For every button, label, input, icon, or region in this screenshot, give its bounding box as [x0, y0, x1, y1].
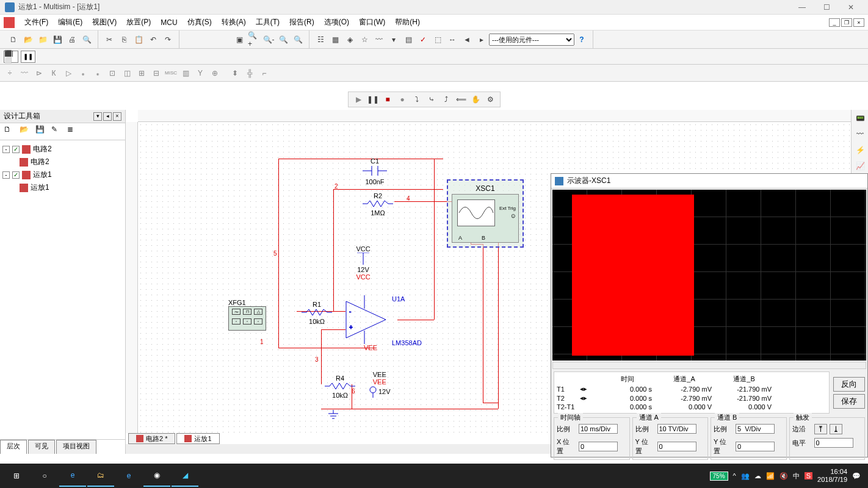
transistor-icon[interactable]: К	[47, 66, 60, 80]
ttl-icon[interactable]: ꘎	[76, 66, 90, 80]
vee-source[interactable]: VEE VEE 12V	[369, 371, 391, 398]
pause-switch-button[interactable]: ❚❚	[21, 51, 35, 63]
back-icon[interactable]: ◄	[460, 33, 474, 46]
play-icon[interactable]: ▶	[352, 93, 365, 106]
simulation-toolbar[interactable]: ▶ ❚❚ ■ ● ⤵ ⤷ ⤴ ⟸ ✋ ⚙	[348, 92, 501, 107]
checkbox-icon[interactable]: ✓	[12, 146, 20, 153]
breadboard-icon[interactable]: ▤	[402, 33, 415, 46]
funcgen-icon[interactable]: 〰	[853, 127, 867, 142]
ie-icon[interactable]: e	[115, 465, 142, 487]
app1-icon[interactable]: ◉	[143, 465, 170, 487]
menu-tools[interactable]: 工具(T)	[251, 15, 284, 29]
run-switch-button[interactable]: ⬛|⬜	[4, 51, 18, 63]
save-design-icon[interactable]: 💾	[35, 125, 49, 138]
wire[interactable]	[333, 189, 443, 190]
tray-onedrive-icon[interactable]: ☁	[754, 472, 761, 480]
cmos-icon[interactable]: ꘎	[91, 66, 104, 80]
step-over-icon[interactable]: ⤷	[425, 93, 438, 106]
sidebar-dropdown-button[interactable]: ▾	[93, 112, 102, 121]
component-dropdown[interactable]: ---使用的元件---	[489, 34, 574, 46]
menu-transfer[interactable]: 转换(A)	[217, 15, 251, 29]
timebase-scale-input[interactable]	[579, 424, 618, 434]
hierarchy-icon[interactable]: ☷	[314, 33, 327, 46]
tray-people-icon[interactable]: 👥	[741, 472, 750, 480]
indicator-icon[interactable]: ⊞	[135, 66, 148, 80]
scope-icon[interactable]: 📈	[853, 159, 867, 173]
diode-icon[interactable]: ⊳	[32, 66, 46, 80]
timebase-xpos-input[interactable]	[579, 442, 618, 451]
multisim-taskbar-icon[interactable]: ◢	[172, 465, 198, 487]
stop-icon[interactable]: ■	[381, 93, 394, 106]
wire[interactable]	[333, 189, 334, 311]
scope-scrollbar[interactable]	[552, 362, 866, 369]
cortana-icon[interactable]: ○	[31, 465, 58, 487]
tray-volume-icon[interactable]: 🔇	[779, 472, 788, 480]
resistor-r4[interactable]: R4 10kΩ	[325, 375, 355, 399]
reverse-button[interactable]: 反向	[833, 377, 865, 392]
wattmeter-icon[interactable]: ⚡	[853, 143, 867, 157]
new-file-icon[interactable]: 🗋	[7, 33, 20, 46]
print-icon[interactable]: 🖨	[65, 33, 79, 46]
design-tree[interactable]: - ✓ 电路2 电路2 - ✓ 运放1 运放1	[0, 140, 125, 439]
wire[interactable]	[321, 329, 345, 330]
rename-icon[interactable]: ✎	[51, 125, 65, 138]
function-generator-xfg1[interactable]: XFG1 〜⊓△ ◦◦◦	[228, 299, 246, 306]
step-out-icon[interactable]: ⤴	[439, 93, 453, 106]
print-preview-icon[interactable]: 🔍	[80, 33, 93, 46]
rf-icon[interactable]: ▥	[179, 66, 192, 80]
record-icon[interactable]: ●	[396, 93, 409, 106]
dropdown-icon[interactable]: ▾	[387, 33, 400, 46]
tree-child-1[interactable]: 电路2	[2, 156, 123, 168]
start-button[interactable]: ⊞	[3, 465, 30, 487]
close-button[interactable]: ✕	[839, 1, 863, 14]
multimeter-icon[interactable]: 📟	[853, 111, 867, 126]
tab-hierarchy[interactable]: 层次	[0, 440, 27, 454]
step-into-icon[interactable]: ⤵	[410, 93, 424, 106]
wire[interactable]	[483, 403, 498, 403]
copy-icon[interactable]: ⎘	[117, 33, 131, 46]
select-icon[interactable]: ⬚	[431, 33, 444, 46]
wire[interactable]	[278, 348, 376, 348]
bus-icon[interactable]: ╬	[243, 66, 256, 80]
wire[interactable]	[397, 320, 434, 320]
menu-mcu[interactable]: MCU	[156, 16, 182, 29]
tab-project[interactable]: 项目视图	[56, 440, 96, 454]
zoom-fit-icon[interactable]: ▣	[233, 33, 246, 46]
save-button[interactable]: 保存	[833, 394, 865, 409]
new-design-icon[interactable]: 🗋	[4, 125, 17, 138]
explorer-icon[interactable]: 🗂	[87, 465, 114, 487]
menu-file[interactable]: 文件(F)	[20, 15, 53, 29]
mdi-minimize-button[interactable]: _	[829, 18, 840, 27]
tray-ime-icon[interactable]: 中	[793, 472, 800, 481]
step-back-icon[interactable]: ⟸	[454, 93, 468, 106]
paste-icon[interactable]: 📋	[132, 33, 145, 46]
redo-icon[interactable]: ↷	[161, 33, 175, 46]
source-icon[interactable]: ÷	[3, 66, 16, 80]
checkbox-icon[interactable]: ✓	[12, 171, 20, 179]
cha-scale-input[interactable]	[657, 424, 696, 434]
zoom-area-icon[interactable]: 🔍	[277, 33, 290, 46]
chb-scale-input[interactable]	[736, 424, 775, 434]
tray-wifi-icon[interactable]: 📶	[766, 472, 775, 480]
cha-ypos-input[interactable]	[657, 442, 696, 451]
zoom-sheet-icon[interactable]: 🔍	[291, 33, 305, 46]
tree-root-1[interactable]: - ✓ 电路2	[2, 143, 123, 156]
list-icon[interactable]: ≣	[67, 125, 81, 138]
help-icon[interactable]: ?	[575, 33, 588, 46]
tray-sogou-icon[interactable]: S	[805, 472, 812, 479]
expand-icon[interactable]: -	[2, 171, 10, 179]
sidebar-pin-button[interactable]: ◂	[103, 112, 112, 121]
tree-root-2[interactable]: - ✓ 运放1	[2, 168, 123, 181]
tree-child-2[interactable]: 运放1	[2, 181, 123, 194]
capacitor-c1[interactable]: C1 100nF	[363, 157, 387, 185]
scope-display[interactable]	[552, 190, 866, 361]
undo-icon[interactable]: ↶	[146, 33, 160, 46]
power-icon[interactable]: ⊟	[150, 66, 163, 80]
edge-falling-button[interactable]: ⤓	[830, 424, 842, 434]
spreadsheet-icon[interactable]: ▦	[328, 33, 342, 46]
resistor-r2[interactable]: R2 1MΩ	[363, 192, 393, 217]
wire[interactable]	[278, 159, 279, 348]
vcc-source[interactable]: VCC 12V VCC	[354, 245, 372, 281]
check-icon[interactable]: ✓	[416, 33, 430, 46]
oscilloscope-window[interactable]: 示波器-XSC1 时间 通道_A 通道_B T1 ◂▸ 0.000 s -2.7…	[551, 173, 868, 458]
